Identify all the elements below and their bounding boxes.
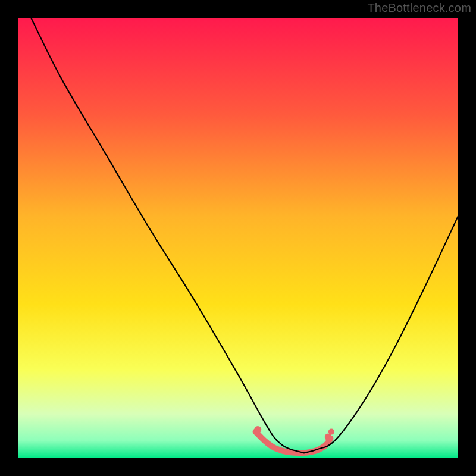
highlight-marker-0	[254, 426, 261, 433]
chart-svg	[18, 18, 458, 458]
watermark-text: TheBottleneck.com	[367, 1, 471, 15]
chart-background	[18, 18, 458, 458]
highlight-marker-2	[328, 429, 334, 435]
chart-stage: TheBottleneck.com	[0, 0, 476, 476]
chart-plot-area	[18, 18, 458, 458]
